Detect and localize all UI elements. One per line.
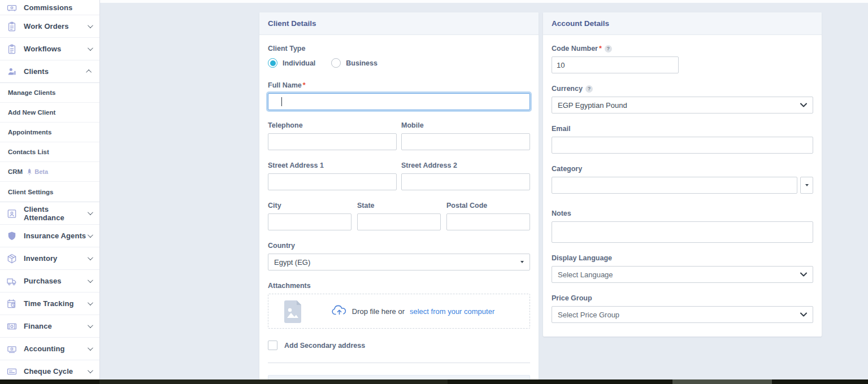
street-address-2-input[interactable] — [401, 173, 530, 190]
secondary-address-checkbox[interactable] — [268, 341, 277, 350]
client-type-radio-group: Individual Business — [268, 58, 530, 68]
text-caret — [281, 97, 282, 106]
chevron-down-icon — [805, 184, 809, 186]
finance-icon — [6, 320, 18, 333]
sidebar-item-clients-attendance[interactable]: Clients Attendance — [0, 202, 99, 225]
sidebar-item-label: Time Tracking — [24, 299, 88, 308]
panel-title: Account Details — [552, 19, 813, 28]
submenu-item-manage-clients[interactable]: Manage Clients — [0, 83, 99, 103]
client-details-header: Client Details — [259, 12, 539, 35]
currency-label: Currency? — [552, 85, 813, 93]
category-dropdown-button[interactable] — [800, 177, 813, 194]
code-number-label: Code Number*? — [552, 45, 813, 53]
sidebar-item-insurance-agents[interactable]: Insurance Agents — [0, 225, 99, 247]
workflows-icon — [6, 43, 18, 55]
work-orders-icon — [6, 20, 18, 33]
submenu-item-crm[interactable]: CRM Beta — [0, 162, 99, 182]
sidebar-item-label: Purchases — [24, 277, 88, 285]
notes-label: Notes — [552, 210, 813, 217]
chevron-down-icon — [88, 345, 93, 351]
sidebar-item-label: Work Orders — [24, 22, 88, 30]
chevron-down-icon — [88, 210, 93, 215]
submenu-item-contacts-list[interactable]: Contacts List — [0, 142, 99, 162]
email-input[interactable] — [552, 137, 813, 154]
chevron-down-icon — [520, 261, 524, 263]
postal-code-label: Postal Code — [446, 202, 530, 210]
city-input[interactable] — [268, 213, 351, 230]
taskbar-strip — [0, 379, 868, 384]
dropzone-text: Drop file here or — [352, 307, 405, 316]
client-type-label: Client Type — [268, 45, 530, 53]
country-select[interactable]: Egypt (EG) — [268, 254, 530, 270]
country-label: Country — [268, 242, 530, 250]
submenu-item-label: Manage Clients — [8, 89, 55, 96]
sidebar-item-label: Cheque Cycle — [24, 367, 88, 376]
postal-code-input[interactable] — [446, 213, 530, 230]
clients-attendance-icon — [6, 207, 18, 220]
city-label: City — [268, 202, 351, 210]
beta-badge: Beta — [34, 168, 48, 175]
full-name-input[interactable] — [268, 93, 530, 110]
sidebar-item-workflows[interactable]: Workflows — [0, 38, 99, 60]
chevron-down-icon — [88, 23, 93, 28]
chevron-down-icon — [800, 312, 807, 317]
chevron-down-icon — [88, 232, 93, 238]
submenu-item-label: Contacts List — [8, 149, 49, 155]
submenu-item-label: Client Settings — [8, 189, 54, 195]
help-icon[interactable]: ? — [605, 45, 612, 53]
shield-icon — [6, 230, 18, 242]
sidebar-item-inventory[interactable]: Inventory — [0, 247, 99, 270]
sidebar: Commissions Work Orders Workflows Client… — [0, 0, 100, 384]
sidebar-item-commissions[interactable]: Commissions — [0, 0, 99, 15]
sidebar-item-purchases[interactable]: Purchases — [0, 270, 99, 293]
street-address-1-input[interactable] — [268, 173, 397, 190]
price-group-selected-value: Select Price Group — [558, 311, 619, 319]
submenu-item-appointments[interactable]: Appointments — [0, 123, 99, 142]
section-divider — [268, 363, 530, 363]
radio-business[interactable]: Business — [331, 58, 377, 68]
code-number-input[interactable] — [552, 56, 679, 73]
sidebar-item-label: Inventory — [24, 254, 88, 263]
sidebar-item-time-tracking[interactable]: Time Tracking — [0, 293, 99, 315]
telephone-input[interactable] — [268, 133, 397, 150]
commissions-icon — [6, 1, 18, 14]
help-icon[interactable]: ? — [585, 85, 593, 93]
mobile-input[interactable] — [401, 133, 530, 150]
street-address-2-label: Street Address 2 — [401, 162, 530, 169]
image-placeholder-icon — [283, 300, 302, 326]
currency-selected-value: EGP Egyptian Pound — [558, 101, 627, 110]
mobile-label: Mobile — [401, 121, 530, 129]
sidebar-item-label: Accounting — [24, 344, 88, 353]
cloud-upload-icon — [332, 304, 347, 318]
select-from-computer-link[interactable]: select from your computer — [410, 307, 494, 316]
price-group-select[interactable]: Select Price Group — [552, 306, 813, 323]
category-label: Category — [552, 165, 813, 173]
accounting-icon — [6, 343, 18, 355]
sidebar-item-label: Clients Attendance — [24, 205, 88, 222]
sidebar-item-accounting[interactable]: Accounting — [0, 338, 99, 360]
sidebar-item-work-orders[interactable]: Work Orders — [0, 15, 99, 38]
submenu-item-client-settings[interactable]: Client Settings — [0, 182, 99, 202]
purchases-icon — [6, 275, 18, 287]
radio-selected-icon — [268, 58, 277, 68]
submenu-item-add-new-client[interactable]: Add New Client — [0, 103, 99, 123]
attachments-label: Attachments — [268, 282, 530, 290]
radio-unselected-icon — [331, 58, 341, 68]
client-details-panel: Client Details Client Type Individual Bu… — [259, 12, 539, 384]
sidebar-item-finance[interactable]: Finance — [0, 315, 99, 338]
main-content: Client Details Client Type Individual Bu… — [100, 0, 868, 384]
radio-individual[interactable]: Individual — [268, 58, 315, 68]
chevron-down-icon — [88, 300, 93, 306]
sidebar-item-clients[interactable]: Clients — [0, 60, 99, 83]
display-language-select[interactable]: Select Language — [552, 266, 813, 283]
category-input[interactable] — [552, 177, 797, 194]
clients-icon — [6, 66, 18, 78]
rocket-icon — [27, 168, 33, 175]
chevron-down-icon — [88, 368, 93, 373]
notes-textarea[interactable] — [552, 221, 813, 243]
currency-select[interactable]: EGP Egyptian Pound — [552, 97, 813, 114]
file-dropzone[interactable]: Drop file here or select from your compu… — [268, 294, 530, 329]
state-input[interactable] — [357, 213, 441, 230]
price-group-label: Price Group — [552, 294, 813, 302]
country-selected-value: Egypt (EG) — [274, 258, 310, 267]
